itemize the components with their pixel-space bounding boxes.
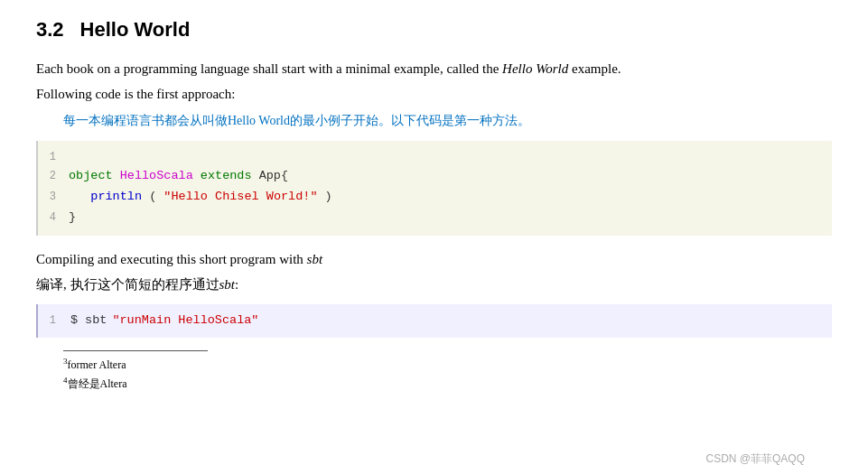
after-code-paragraph: Compiling and executing this short progr…	[36, 248, 832, 270]
line-number-2: 2	[38, 167, 63, 185]
footnote-4: 4曾经是Altera	[63, 374, 832, 393]
code-line-4: 4 }	[38, 208, 832, 228]
after-code-italic-sbt: sbt	[307, 252, 323, 266]
kw-helloscala: HelloScala	[120, 169, 193, 182]
kw-object: object	[69, 169, 113, 182]
code-content-4: }	[63, 208, 76, 228]
line-number-3: 3	[38, 188, 63, 206]
section-number: 3.2	[36, 18, 64, 41]
chinese-italic-sbt: sbt	[219, 277, 236, 292]
code-block-hello-scala: 1 2 object HelloScala extends App{ 3 pri…	[36, 141, 832, 236]
page-wrapper: 3.2Hello World Each book on a programmin…	[36, 18, 832, 465]
code-content-2: object HelloScala extends App{	[63, 166, 288, 187]
footnote-divider	[63, 350, 208, 351]
chinese-paragraph-2: 编译, 执行这个简短的程序通过sbt:	[36, 274, 832, 295]
kw-extends: extends	[201, 169, 252, 182]
shell-sbt-literal: sbt	[78, 311, 107, 331]
footnote-3-text: former Altera	[68, 358, 126, 371]
p1-text-before-italic: Each book on a programming language shal…	[36, 61, 502, 76]
p1-text-after-italic: example.	[568, 61, 621, 76]
chinese-paragraph-1: 每一本编程语言书都会从叫做Hello World的最小例子开始。以下代码是第一种…	[63, 110, 832, 132]
after-code-text-1: Compiling and executing this short progr…	[36, 252, 307, 266]
section-title: 3.2Hello World	[36, 18, 832, 42]
shell-line-number: 1	[38, 312, 63, 330]
csdn-credit: CSDN @菲菲QAQQ	[705, 451, 805, 465]
kw-println: println	[90, 190, 142, 203]
code-line-2: 2 object HelloScala extends App{	[38, 166, 832, 187]
shell-line-1: 1 $ sbt "runMain HelloScala"	[38, 311, 832, 331]
code-content-3: println ( "Hello Chisel World!" )	[63, 187, 332, 208]
p1-italic-hello-world: Hello World	[502, 61, 568, 76]
shell-block-sbt: 1 $ sbt "runMain HelloScala"	[36, 304, 832, 338]
string-hello-chisel-world: "Hello Chisel World!"	[163, 190, 317, 203]
paragraph-2: Following code is the first approach:	[36, 83, 832, 105]
section-heading: Hello World	[80, 18, 191, 41]
code-line-1: 1	[38, 148, 832, 166]
paragraph-1: Each book on a programming language shal…	[36, 58, 832, 79]
shell-command: "runMain HelloScala"	[112, 311, 258, 331]
footnote-3: 3former Altera	[63, 355, 832, 374]
code-line-3: 3 println ( "Hello Chisel World!" )	[38, 187, 832, 208]
footnote-4-text: 曾经是Altera	[68, 377, 127, 390]
shell-prompt-symbol: $	[63, 311, 78, 331]
line-number-4: 4	[38, 209, 63, 227]
line-number-1: 1	[38, 148, 63, 166]
